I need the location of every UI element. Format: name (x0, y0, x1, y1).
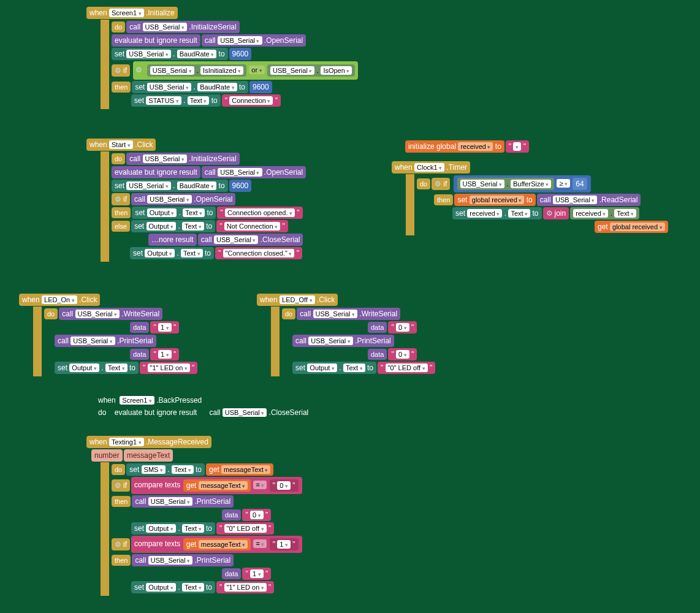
block-clock-timer[interactable]: when Clock1 .Timer do⚙if USB_Serial . Bu… (391, 161, 669, 235)
get-isinitialized[interactable]: USB_Serial . IsInitialized (147, 64, 246, 77)
compare-buffersize[interactable]: USB_Serial . BufferSize ≥ 64 (454, 175, 591, 192)
param-number[interactable]: number (91, 449, 123, 462)
initialize-global[interactable]: initialize global received to (405, 140, 504, 153)
param-messagetext[interactable]: messageText (124, 449, 173, 462)
gear-icon[interactable]: ⚙ (115, 66, 121, 75)
compare-texts[interactable]: compare texts get messageText = " 0 " (131, 477, 302, 494)
block-texting[interactable]: when Texting1 .MessageReceived numbermes… (86, 435, 303, 596)
text-literal[interactable]: " Connection " (222, 94, 281, 107)
block-led-on[interactable]: when LED_On .Click docall USB_Serial .Wr… (18, 293, 198, 376)
event-header[interactable]: when Screen1 .Initialize (86, 7, 178, 19)
call-initializeserial[interactable]: call USB_Serial .InitializeSerial (126, 21, 239, 33)
set-baudrate[interactable]: set USB_Serial . BaudRate to (112, 48, 228, 60)
gear-icon[interactable]: ⚙ (135, 66, 142, 74)
block-led-off[interactable]: when LED_Off .Click docall USB_Serial .W… (256, 293, 436, 376)
block-init-global[interactable]: initialize global received to" " (405, 140, 530, 153)
get-isopen[interactable]: USB_Serial . IsOpen (267, 64, 355, 77)
block-backpressed[interactable]: when Screen1 .BackPressed do evaluate bu… (98, 396, 308, 417)
block-screen1-initialize[interactable]: when Screen1 .Initialize docall USB_Seri… (86, 6, 359, 109)
block-start-click[interactable]: when Start .Click docall USB_Serial .Ini… (86, 138, 306, 262)
call-openserial[interactable]: call USB_Serial .OpenSerial (202, 34, 306, 47)
